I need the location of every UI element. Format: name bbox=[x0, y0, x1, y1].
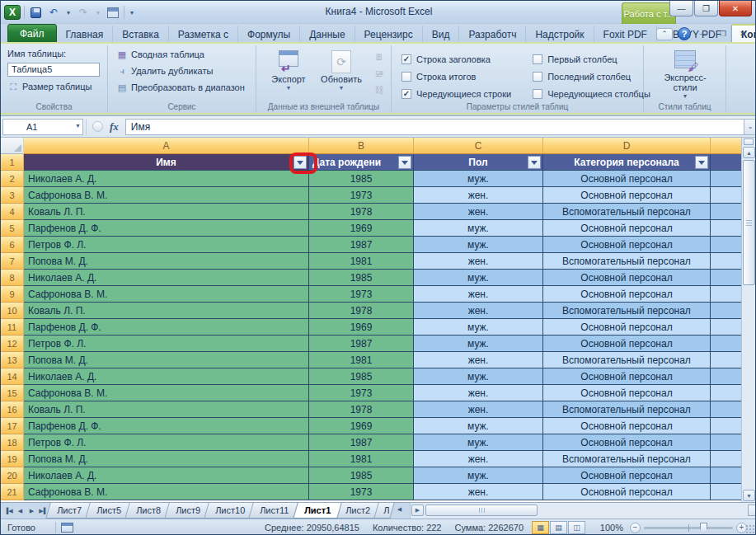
category-cell[interactable]: Основной персонал bbox=[543, 368, 711, 385]
formula-input[interactable]: Имя bbox=[125, 119, 744, 135]
horizontal-scrollbar[interactable]: ◀ ▶ bbox=[410, 503, 756, 519]
gender-cell[interactable]: жен. bbox=[414, 253, 543, 270]
name-cell[interactable]: Николаев А. Д. bbox=[24, 368, 309, 385]
quick-styles-button[interactable]: 🖌 Экспресс-стили ▼ bbox=[660, 49, 711, 103]
birth-year-cell[interactable]: 1987 bbox=[309, 336, 414, 352]
refresh-button[interactable]: ⟳ Обновить ▼ bbox=[316, 49, 367, 103]
extra-cell[interactable] bbox=[711, 368, 743, 385]
birth-year-cell[interactable]: 1985 bbox=[309, 467, 414, 484]
sheet-tab[interactable]: Лист1 bbox=[293, 503, 342, 519]
birth-year-cell[interactable]: 1973 bbox=[309, 286, 414, 303]
category-cell[interactable]: Вспомогательный персонал bbox=[543, 253, 711, 270]
page-break-view-button[interactable]: ◫ bbox=[568, 521, 585, 534]
birth-year-cell[interactable]: 1973 bbox=[309, 484, 414, 500]
row-number-cell[interactable]: 9 bbox=[1, 286, 24, 303]
birth-year-cell[interactable]: 1969 bbox=[309, 319, 414, 336]
name-cell[interactable]: Парфенов Д. Ф. bbox=[24, 319, 309, 336]
category-cell[interactable]: Основной персонал bbox=[543, 237, 711, 253]
extra-cell[interactable] bbox=[711, 270, 743, 286]
chevron-down-icon[interactable]: ▼ bbox=[75, 123, 81, 129]
ribbon-tab[interactable]: Формулы bbox=[238, 26, 300, 44]
filter-dropdown-icon[interactable] bbox=[398, 156, 411, 169]
workbook-close-button[interactable]: ✕ bbox=[735, 28, 750, 40]
unlink-icon[interactable]: ⛓ bbox=[373, 83, 386, 96]
row-number-cell[interactable]: 19 bbox=[1, 451, 24, 467]
category-cell[interactable]: Основной персонал bbox=[543, 336, 711, 352]
resize-grip[interactable] bbox=[745, 524, 755, 534]
header-cell-category[interactable]: Категория персонала bbox=[543, 154, 711, 171]
header-cell-name[interactable]: Имя bbox=[24, 154, 309, 171]
name-cell[interactable]: Петров Ф. Л. bbox=[24, 434, 309, 451]
gender-cell[interactable]: жен. bbox=[414, 286, 543, 303]
birth-year-cell[interactable]: 1981 bbox=[309, 352, 414, 368]
birth-year-cell[interactable]: 1985 bbox=[309, 368, 414, 385]
zoom-slider-handle[interactable] bbox=[700, 523, 707, 533]
category-cell[interactable]: Основной персонал bbox=[543, 385, 711, 401]
category-cell[interactable]: Основной персонал bbox=[543, 286, 711, 303]
row-number-cell[interactable]: 18 bbox=[1, 434, 24, 451]
category-cell[interactable]: Вспомогательный персонал bbox=[543, 303, 711, 319]
sheet-tab[interactable]: Л bbox=[373, 503, 395, 519]
extra-cell[interactable] bbox=[711, 434, 743, 451]
column-header[interactable]: C bbox=[414, 138, 543, 154]
extra-cell[interactable] bbox=[711, 467, 743, 484]
column-header[interactable]: B bbox=[309, 138, 414, 154]
row-number-cell[interactable]: 14 bbox=[1, 368, 24, 385]
gender-cell[interactable]: муж. bbox=[414, 434, 543, 451]
name-cell[interactable]: Попова М. Д. bbox=[24, 253, 309, 270]
service-button[interactable]: ▤ Преобразовать в диапазон bbox=[115, 81, 247, 94]
gender-cell[interactable]: жен. bbox=[414, 187, 543, 204]
row-number-cell[interactable]: 1 bbox=[1, 154, 24, 171]
gender-cell[interactable]: жен. bbox=[414, 303, 543, 319]
gender-cell[interactable]: муж. bbox=[414, 368, 543, 385]
row-number-cell[interactable]: 15 bbox=[1, 385, 24, 401]
extra-cell[interactable] bbox=[711, 253, 743, 270]
page-layout-view-button[interactable]: ▤ bbox=[550, 521, 567, 534]
split-handle[interactable] bbox=[744, 138, 754, 145]
vertical-scroll-thumb[interactable] bbox=[743, 160, 755, 285]
category-cell[interactable]: Основной персонал bbox=[543, 187, 711, 204]
extra-cell[interactable] bbox=[711, 484, 743, 500]
name-cell[interactable]: Коваль Л. П. bbox=[24, 401, 309, 418]
style-option-checkbox[interactable]: Чередующиеся столбцы bbox=[533, 85, 650, 102]
gender-cell[interactable]: жен. bbox=[414, 451, 543, 467]
export-button[interactable]: ↵ Экспорт ▼ bbox=[263, 49, 314, 103]
gender-cell[interactable]: муж. bbox=[414, 467, 543, 484]
normal-view-button[interactable]: ▦ bbox=[532, 521, 549, 534]
name-cell[interactable]: Петров Ф. Л. bbox=[24, 237, 309, 253]
category-cell[interactable]: Основной персонал bbox=[543, 434, 711, 451]
style-option-checkbox[interactable]: Строка заголовка bbox=[401, 50, 511, 68]
insert-function-icon[interactable]: fx bbox=[110, 120, 119, 134]
ribbon-tab[interactable]: Foxit PDF bbox=[594, 26, 657, 44]
extra-cell[interactable] bbox=[711, 451, 743, 467]
next-sheet-icon[interactable]: ▶ bbox=[26, 504, 37, 517]
name-cell[interactable]: Коваль Л. П. bbox=[24, 204, 309, 220]
ribbon-tab[interactable]: Надстройк bbox=[526, 26, 594, 44]
birth-year-cell[interactable]: 1987 bbox=[309, 237, 414, 253]
name-cell[interactable]: Попова М. Д. bbox=[24, 352, 309, 368]
birth-year-cell[interactable]: 1987 bbox=[309, 434, 414, 451]
extra-cell[interactable] bbox=[711, 171, 743, 187]
gender-cell[interactable]: жен. bbox=[414, 401, 543, 418]
birth-year-cell[interactable]: 1981 bbox=[309, 451, 414, 467]
resize-table-button[interactable]: ⛶ Размер таблицы bbox=[6, 80, 93, 93]
extra-cell[interactable] bbox=[711, 418, 743, 434]
category-cell[interactable]: Основной персонал bbox=[543, 467, 711, 484]
ribbon-tab[interactable]: Файл bbox=[7, 24, 57, 44]
birth-year-cell[interactable]: 1978 bbox=[309, 303, 414, 319]
extra-cell[interactable] bbox=[711, 385, 743, 401]
birth-year-cell[interactable]: 1973 bbox=[309, 385, 414, 401]
gender-cell[interactable]: муж. bbox=[414, 319, 543, 336]
style-option-checkbox[interactable]: Первый столбец bbox=[533, 50, 650, 68]
extra-cell[interactable] bbox=[711, 286, 743, 303]
extra-cell[interactable] bbox=[711, 352, 743, 368]
row-number-cell[interactable]: 17 bbox=[1, 418, 24, 434]
name-cell[interactable]: Попова М. Д. bbox=[24, 451, 309, 467]
extra-cell[interactable] bbox=[711, 401, 743, 418]
category-cell[interactable]: Вспомогательный персонал bbox=[543, 204, 711, 220]
extra-cell[interactable] bbox=[711, 187, 743, 204]
birth-year-cell[interactable]: 1985 bbox=[309, 270, 414, 286]
column-header[interactable]: A bbox=[24, 138, 309, 154]
column-header[interactable]: D bbox=[543, 138, 711, 154]
prev-sheet-icon[interactable]: ◀ bbox=[15, 504, 26, 517]
